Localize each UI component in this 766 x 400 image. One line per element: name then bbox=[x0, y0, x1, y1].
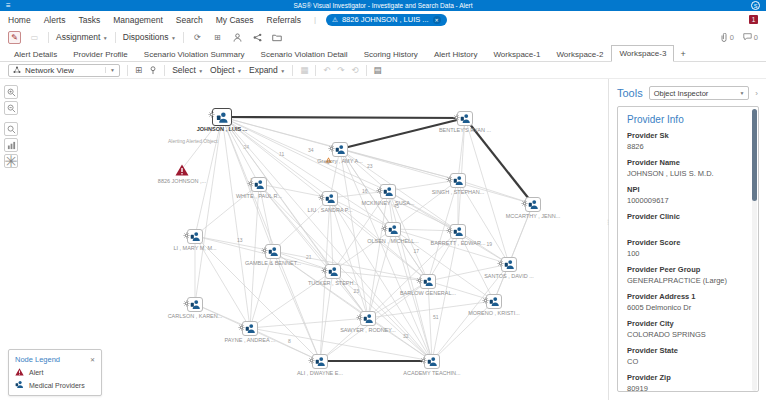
nav-item-home[interactable]: Home bbox=[8, 15, 31, 25]
network-view-toolbar: Network View ▼ ⊞ Select ▼ Object ▼ Expan… bbox=[0, 62, 766, 79]
node-tucker-steph[interactable] bbox=[325, 264, 341, 279]
tab-workspace-2[interactable]: Workspace-2 bbox=[548, 46, 611, 62]
nav-item-referrals[interactable]: Referrals bbox=[267, 15, 301, 25]
panel-collapse-icon[interactable]: › bbox=[755, 89, 760, 98]
add-objects-icon[interactable]: ⊞ bbox=[135, 65, 142, 75]
panel-resize-handle[interactable]: ⋮ bbox=[605, 221, 609, 243]
tab-scenario-violation-detail[interactable]: Scenario Violation Detail bbox=[253, 46, 356, 62]
network-canvas[interactable]: 2411345231645132117192351832 Alerting Al… bbox=[0, 79, 608, 400]
node-gear-icon[interactable] bbox=[238, 317, 245, 335]
node-gear-icon[interactable] bbox=[208, 104, 215, 122]
node-gear-icon[interactable] bbox=[321, 260, 328, 278]
node-label: Gregory , AMY A... bbox=[295, 158, 385, 164]
card-scroll-thumb[interactable] bbox=[752, 109, 757, 201]
alert-icon bbox=[15, 368, 24, 377]
node-carlson-karen[interactable] bbox=[187, 297, 203, 312]
node-gregory-amy-a[interactable] bbox=[332, 142, 348, 157]
close-alert-tab-icon[interactable]: ✕ bbox=[433, 16, 441, 24]
share-icon[interactable] bbox=[251, 31, 264, 44]
node-gear-icon[interactable] bbox=[453, 107, 460, 125]
nav-item-search[interactable]: Search bbox=[176, 15, 203, 25]
node-gear-icon[interactable] bbox=[376, 180, 383, 198]
view-type-select[interactable]: Network View ▼ bbox=[8, 64, 120, 77]
node-gamble-bennet[interactable] bbox=[265, 244, 281, 259]
tab-workspace-3[interactable]: Workspace-3 bbox=[611, 45, 674, 62]
node-mckinney-susa[interactable] bbox=[380, 184, 396, 199]
node-moreno-kristi[interactable] bbox=[486, 294, 502, 309]
notification-badge[interactable]: 1 bbox=[749, 15, 758, 24]
node-gear-icon[interactable] bbox=[497, 253, 504, 271]
person-icon[interactable] bbox=[231, 31, 244, 44]
provider-info-title: Provider Info bbox=[627, 114, 748, 125]
node-olsen-michell[interactable] bbox=[385, 222, 401, 237]
grid-view-icon[interactable]: ⊞ bbox=[211, 31, 224, 44]
expand-menu[interactable]: Expand ▼ bbox=[249, 65, 285, 75]
field-value: COLORADO SPRINGS bbox=[627, 330, 748, 339]
tab-scoring-history[interactable]: Scoring History bbox=[356, 46, 426, 62]
tab-workspace-1[interactable]: Workspace-1 bbox=[485, 46, 548, 62]
node-ali-dwayne-e[interactable] bbox=[312, 354, 328, 369]
node-white-paul-r[interactable] bbox=[251, 177, 267, 192]
tab-alert-history[interactable]: Alert History bbox=[426, 46, 486, 62]
node-gear-icon[interactable] bbox=[446, 169, 453, 187]
zoom-in-button[interactable] bbox=[4, 85, 18, 99]
node-gear-icon[interactable] bbox=[183, 225, 190, 243]
object-menu[interactable]: Object ▼ bbox=[210, 65, 242, 75]
node-sawyer-rodney[interactable] bbox=[360, 311, 376, 326]
node-gear-icon[interactable] bbox=[420, 350, 427, 368]
node-gear-icon[interactable] bbox=[446, 220, 453, 238]
node-gear-icon[interactable] bbox=[247, 173, 254, 191]
attachments-count[interactable]: 0 bbox=[720, 33, 734, 42]
node-bentley-s-ryan[interactable] bbox=[457, 111, 473, 126]
node-gear-icon[interactable] bbox=[521, 193, 528, 211]
node-gear-icon[interactable] bbox=[416, 270, 423, 288]
layout-settings-button[interactable]: ✳ bbox=[4, 154, 18, 168]
node-gear-icon[interactable] bbox=[356, 307, 363, 325]
node-li-mary-m-m[interactable] bbox=[187, 229, 203, 244]
tab-provider-profile[interactable]: Provider Profile bbox=[65, 46, 136, 62]
node-barrett-edwar[interactable] bbox=[450, 224, 466, 239]
nav-item-tasks[interactable]: Tasks bbox=[78, 15, 100, 25]
card-scrollbar[interactable] bbox=[752, 109, 757, 391]
fit-to-view-button[interactable] bbox=[4, 138, 18, 152]
legend-close-icon[interactable]: ✕ bbox=[90, 356, 95, 363]
node-gear-icon[interactable] bbox=[381, 218, 388, 236]
node-academy-teachin[interactable] bbox=[424, 354, 440, 369]
comments-count[interactable]: 0 bbox=[743, 33, 758, 42]
zoom-selection-button[interactable] bbox=[4, 122, 18, 136]
node-gear-icon[interactable] bbox=[318, 187, 325, 205]
node-gear-icon[interactable] bbox=[183, 293, 190, 311]
node-mccarthy-jenn[interactable] bbox=[525, 197, 541, 212]
provider-node-box bbox=[360, 311, 376, 326]
tab-alert-details[interactable]: Alert Details bbox=[6, 46, 65, 62]
node-gear-icon[interactable] bbox=[482, 290, 489, 308]
add-workspace-button[interactable]: + bbox=[674, 47, 691, 61]
node-gear-icon[interactable] bbox=[308, 350, 315, 368]
edge-count-label: 34 bbox=[308, 147, 314, 153]
export-folder-icon[interactable] bbox=[271, 31, 284, 44]
node-santos-david[interactable] bbox=[501, 257, 517, 272]
field-provider-address-1: Provider Address 16005 Delmonico Dr bbox=[627, 292, 748, 312]
dispositions-dropdown[interactable]: Dispositions ▼ bbox=[123, 32, 176, 42]
node-gear-icon[interactable] bbox=[261, 240, 268, 258]
node-label: LI , MARY M, M... bbox=[150, 245, 240, 251]
open-alert-tab[interactable]: ⚠ 8826 JOHNSON , LUIS ... ✕ bbox=[326, 14, 447, 26]
edit-pencil-button[interactable]: ✎ bbox=[8, 31, 21, 44]
nav-item-management[interactable]: Management bbox=[113, 15, 163, 25]
tab-scenario-violation-summary[interactable]: Scenario Violation Summary bbox=[136, 46, 253, 62]
nav-item-my-cases[interactable]: My Cases bbox=[216, 15, 254, 25]
nav-item-alerts[interactable]: Alerts bbox=[44, 15, 66, 25]
tools-title: Tools bbox=[617, 87, 643, 99]
inspector-select[interactable]: Object Inspector ▼ bbox=[649, 86, 750, 100]
refresh-icon[interactable]: ⟳ bbox=[191, 31, 204, 44]
node-barlow-general[interactable] bbox=[420, 274, 436, 289]
node-payne-andrea[interactable] bbox=[242, 321, 258, 336]
pin-layout-icon[interactable] bbox=[149, 66, 157, 75]
node-johnson-luis[interactable] bbox=[212, 108, 232, 126]
node-singh-stephan[interactable] bbox=[450, 173, 466, 188]
assignment-dropdown[interactable]: Assignment ▼ bbox=[56, 32, 108, 42]
zoom-out-button[interactable] bbox=[4, 101, 18, 115]
notes-icon[interactable]: ▤ bbox=[374, 65, 382, 75]
select-menu[interactable]: Select ▼ bbox=[172, 65, 203, 75]
node-liu-sandra-p[interactable] bbox=[322, 191, 338, 206]
